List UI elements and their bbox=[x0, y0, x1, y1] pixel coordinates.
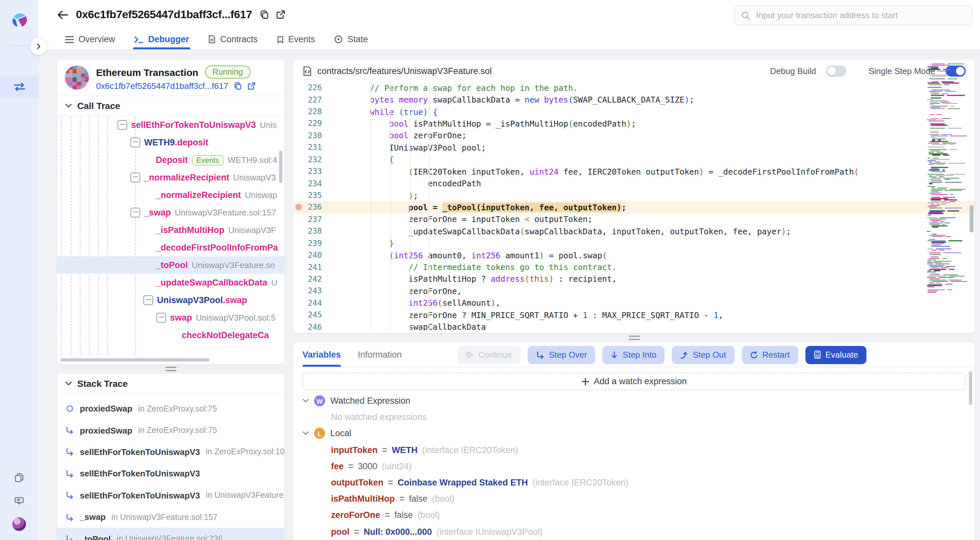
evaluate-button[interactable]: Evaluate bbox=[805, 346, 866, 364]
stack-frame-row[interactable]: proxiedSwapin ZeroExProxy.sol:75 bbox=[57, 398, 284, 420]
tab-events[interactable]: Events bbox=[277, 29, 315, 49]
call-trace-row[interactable]: _toPoolUniswapV3Feature.so bbox=[57, 256, 284, 274]
tab-state[interactable]: State bbox=[334, 29, 368, 49]
stack-frame-row[interactable]: proxiedSwapin ZeroExProxy.sol:75 bbox=[57, 420, 284, 441]
call-trace-row[interactable]: DepositEventsWETH9.sol:4 bbox=[57, 151, 284, 169]
section-title: Watched Expression bbox=[330, 396, 410, 406]
collapse-expander-icon[interactable] bbox=[130, 208, 140, 217]
external-link-icon[interactable] bbox=[247, 82, 255, 90]
frame-name: sellEthForTokenToUniswapV3 bbox=[80, 469, 200, 479]
collapse-expander-icon[interactable] bbox=[130, 173, 140, 182]
call-trace-row[interactable]: _decodeFirstPoolInfoFromPa bbox=[57, 239, 284, 256]
vertical-scrollbar[interactable] bbox=[279, 151, 282, 183]
external-link-icon[interactable] bbox=[276, 10, 286, 19]
variables-section-header[interactable]: WWatched Expression bbox=[302, 393, 966, 409]
line-number[interactable]: 245 bbox=[293, 310, 331, 319]
call-trace-row[interactable]: WETH9.deposit bbox=[57, 134, 284, 151]
tab-overview[interactable]: Overview bbox=[65, 29, 115, 49]
line-number[interactable]: 234 bbox=[293, 179, 331, 188]
source-location: UniswapV3F bbox=[228, 225, 276, 235]
collapse-expander-icon[interactable] bbox=[118, 120, 127, 130]
line-number[interactable]: 239 bbox=[293, 239, 331, 248]
continue-button[interactable]: Continue bbox=[458, 346, 520, 364]
call-trace-row[interactable]: sellEthForTokenToUniswapV3Unis bbox=[57, 116, 284, 134]
panel-tab-information[interactable]: Information bbox=[358, 343, 402, 367]
transaction-hash-link[interactable]: 0x6c1fb7ef5265447d1baff3cf...f617 bbox=[96, 81, 228, 91]
collapse-expander-icon[interactable] bbox=[130, 138, 140, 147]
variable-value[interactable]: Coinbase Wrapped Staked ETH bbox=[398, 478, 528, 487]
copy-icon[interactable] bbox=[260, 10, 270, 19]
line-number[interactable]: 244 bbox=[293, 299, 331, 307]
tab-debugger[interactable]: Debugger bbox=[135, 29, 189, 49]
step-over-button[interactable]: Step Over bbox=[528, 346, 595, 364]
breakpoint-icon[interactable] bbox=[295, 204, 302, 210]
call-trace-row[interactable]: _normalizeRecipientUniswap bbox=[57, 186, 284, 204]
stack-frame-row[interactable]: _toPoolin UniswapV3Feature.sol:236 bbox=[57, 528, 284, 540]
stack-frame-row[interactable]: sellEthForTokenToUniswapV3 bbox=[57, 463, 284, 484]
restart-button[interactable]: Restart bbox=[742, 346, 798, 364]
line-number[interactable]: 242 bbox=[293, 274, 331, 284]
rail-item-account[interactable] bbox=[0, 517, 38, 531]
variables-section-header[interactable]: LLocal bbox=[302, 425, 966, 442]
stack-trace-header[interactable]: Stack Trace bbox=[57, 374, 284, 394]
rail-item-feedback[interactable] bbox=[0, 495, 38, 506]
line-number[interactable]: 246 bbox=[293, 322, 331, 330]
code-line: 236 pool = _toPool(inputToken, fee, outp… bbox=[293, 201, 975, 213]
tab-contracts[interactable]: Contracts bbox=[208, 29, 258, 49]
variable-name: outputToken bbox=[331, 478, 383, 487]
search-input[interactable] bbox=[755, 10, 965, 21]
variable-value[interactable]: WETH bbox=[392, 445, 418, 455]
line-number[interactable]: 233 bbox=[293, 167, 331, 176]
code-minimap[interactable] bbox=[927, 62, 967, 304]
code-line-text: { bbox=[331, 155, 975, 164]
rail-item-transactions[interactable] bbox=[0, 76, 38, 98]
line-number[interactable]: 227 bbox=[293, 95, 331, 104]
line-number[interactable]: 238 bbox=[293, 227, 331, 236]
copy-icon[interactable] bbox=[233, 82, 242, 90]
call-trace-row[interactable]: _normalizeRecipientUniswapV3 bbox=[57, 169, 284, 186]
call-trace-header[interactable]: Call Trace bbox=[57, 96, 284, 116]
line-number[interactable]: 235 bbox=[293, 191, 331, 200]
step-into-button[interactable]: Step Into bbox=[603, 346, 665, 364]
add-watch-expression[interactable]: Add a watch expression bbox=[302, 373, 966, 390]
line-number[interactable]: 226 bbox=[293, 83, 331, 92]
stack-frame-row[interactable]: sellEthForTokenToUniswapV3in ZeroExProxy… bbox=[57, 441, 284, 463]
tenderly-logo-icon[interactable] bbox=[9, 10, 30, 31]
line-number[interactable]: 230 bbox=[293, 131, 331, 140]
line-number[interactable]: 231 bbox=[293, 143, 331, 152]
stack-frame-row[interactable]: sellEthForTokenToUniswapV3in UniswapV3Fe… bbox=[57, 484, 284, 506]
variable-value[interactable]: Null: 0x000...000 bbox=[364, 527, 432, 537]
line-number[interactable]: 240 bbox=[293, 250, 331, 260]
call-trace-row[interactable]: _isPathMultiHopUniswapV3F bbox=[57, 221, 284, 239]
call-trace-row[interactable]: swapUniswapV3Pool.sol:5 bbox=[57, 309, 284, 327]
code-line-text: while (true) { bbox=[331, 107, 975, 116]
back-button[interactable] bbox=[57, 10, 68, 19]
collapse-expander-icon[interactable] bbox=[156, 313, 166, 323]
horizontal-scrollbar[interactable] bbox=[60, 358, 210, 362]
step-out-button[interactable]: Step Out bbox=[672, 346, 735, 364]
line-number[interactable]: 229 bbox=[293, 119, 331, 128]
call-trace-row[interactable]: UniswapV3Pool.swap bbox=[57, 292, 284, 309]
line-number[interactable]: 241 bbox=[293, 263, 331, 272]
rail-item-pages[interactable] bbox=[0, 473, 38, 484]
sidebar-expand-button[interactable] bbox=[30, 38, 48, 55]
line-number[interactable]: 243 bbox=[293, 287, 331, 296]
debug-build-toggle[interactable] bbox=[827, 65, 846, 76]
collapse-expander-icon[interactable] bbox=[143, 295, 153, 305]
frame-location: in ZeroExProxy.sol:101 bbox=[206, 448, 284, 457]
panel-resize-handle[interactable] bbox=[293, 333, 975, 343]
code-line-text: IUniswapV3Pool pool; bbox=[331, 143, 975, 153]
line-number[interactable]: 236 bbox=[293, 203, 331, 212]
panel-tab-variables[interactable]: Variables bbox=[302, 343, 341, 367]
call-trace-row[interactable]: _swapUniswapV3Feature.sol:157 bbox=[57, 204, 284, 221]
variables-scrollbar[interactable] bbox=[969, 371, 972, 405]
line-number[interactable]: 232 bbox=[293, 155, 331, 164]
return-arrow-icon bbox=[65, 448, 74, 456]
call-trace-row[interactable]: _updateSwapCallbackDataU bbox=[57, 274, 284, 292]
stack-frame-row[interactable]: _swapin UniswapV3Feature.sol:157 bbox=[57, 506, 284, 528]
panel-resize-handle[interactable] bbox=[57, 364, 284, 374]
call-trace-row[interactable]: checkNotDelegateCa bbox=[57, 327, 284, 344]
code-scrollbar[interactable] bbox=[970, 205, 974, 233]
line-number[interactable]: 237 bbox=[293, 215, 331, 224]
line-number[interactable]: 228 bbox=[293, 107, 331, 116]
